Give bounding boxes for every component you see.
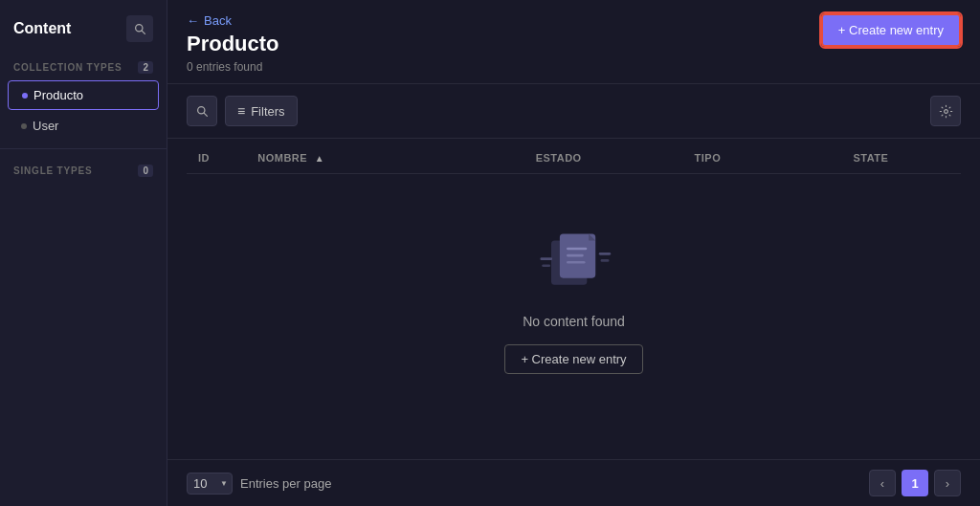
toolbar: ≡ Filters bbox=[167, 84, 980, 139]
per-page-section: 10 20 50 100 Entries per page bbox=[187, 473, 331, 495]
toolbar-left: ≡ Filters bbox=[187, 96, 298, 126]
create-new-entry-button-empty[interactable]: + Create new entry bbox=[504, 344, 642, 374]
collection-types-label: COLLECTION TYPES bbox=[13, 62, 122, 73]
pagination: ‹ 1 › bbox=[869, 470, 961, 496]
col-header-id: ID bbox=[187, 143, 246, 174]
back-label: Back bbox=[204, 13, 232, 28]
gear-icon bbox=[939, 104, 953, 119]
sidebar-item-label-user: User bbox=[33, 119, 58, 133]
entries-count: 0 entries found bbox=[187, 60, 279, 74]
no-content-text: No content found bbox=[523, 314, 625, 329]
col-header-nombre[interactable]: NOMBRE ▲ bbox=[246, 143, 523, 174]
back-arrow-icon: ← bbox=[187, 13, 199, 28]
table-body: No content found + Create new entry bbox=[187, 174, 961, 423]
svg-point-4 bbox=[944, 109, 947, 113]
sidebar-title: Content bbox=[13, 20, 71, 37]
svg-line-3 bbox=[204, 113, 207, 116]
sidebar-item-user[interactable]: User bbox=[8, 112, 159, 140]
active-dot-icon bbox=[22, 93, 28, 99]
search-toolbar-icon bbox=[196, 105, 209, 118]
single-types-badge: 0 bbox=[138, 165, 153, 177]
back-link[interactable]: ← Back bbox=[187, 13, 279, 28]
main-header: ← Back Producto 0 entries found + Create… bbox=[167, 0, 980, 84]
header-left: ← Back Producto 0 entries found bbox=[187, 13, 279, 74]
svg-rect-12 bbox=[542, 265, 550, 268]
per-page-wrapper: 10 20 50 100 bbox=[187, 473, 233, 495]
footer: 10 20 50 100 Entries per page ‹ 1 › bbox=[167, 459, 980, 506]
svg-rect-10 bbox=[567, 261, 586, 264]
single-types-label: SINGLE TYPES bbox=[13, 165, 92, 176]
main-content: ← Back Producto 0 entries found + Create… bbox=[167, 0, 980, 506]
data-table: ID NOMBRE ▲ ESTADO TIPO STATE bbox=[187, 143, 961, 423]
filters-button[interactable]: ≡ Filters bbox=[225, 96, 298, 126]
sidebar-item-label-producto: Producto bbox=[33, 88, 83, 102]
prev-page-button[interactable]: ‹ bbox=[869, 470, 896, 496]
create-entry-label: + Create new entry bbox=[521, 352, 626, 366]
svg-rect-8 bbox=[567, 248, 587, 251]
per-page-select[interactable]: 10 20 50 100 bbox=[187, 473, 233, 495]
create-new-entry-button-header[interactable]: + Create new entry bbox=[821, 13, 961, 47]
sidebar-item-producto[interactable]: Producto bbox=[8, 80, 159, 110]
sort-icon: ▲ bbox=[315, 153, 324, 164]
current-page: 1 bbox=[902, 470, 928, 496]
no-content-icon bbox=[536, 222, 612, 298]
svg-rect-14 bbox=[600, 259, 609, 262]
search-toolbar-button[interactable] bbox=[187, 96, 217, 126]
collection-types-badge: 2 bbox=[138, 61, 153, 74]
col-header-tipo: TIPO bbox=[683, 143, 842, 174]
table-header-row: ID NOMBRE ▲ ESTADO TIPO STATE bbox=[187, 143, 961, 174]
filters-label: Filters bbox=[251, 104, 284, 119]
col-header-estado: ESTADO bbox=[524, 143, 683, 174]
empty-cell: No content found + Create new entry bbox=[187, 174, 961, 423]
svg-line-1 bbox=[142, 31, 145, 33]
col-header-state: STATE bbox=[842, 143, 962, 174]
svg-rect-9 bbox=[567, 254, 584, 257]
collection-types-section: COLLECTION TYPES 2 bbox=[0, 54, 167, 79]
empty-row: No content found + Create new entry bbox=[187, 174, 961, 423]
sidebar-divider bbox=[0, 148, 167, 149]
create-btn-label: + Create new entry bbox=[838, 23, 944, 37]
empty-state: No content found + Create new entry bbox=[187, 174, 961, 423]
table-container: ID NOMBRE ▲ ESTADO TIPO STATE bbox=[167, 143, 980, 459]
svg-rect-13 bbox=[598, 253, 610, 255]
page-title: Producto bbox=[187, 32, 279, 56]
search-icon bbox=[134, 23, 146, 35]
settings-button[interactable] bbox=[930, 96, 961, 126]
svg-rect-11 bbox=[540, 258, 551, 261]
per-page-label: Entries per page bbox=[240, 476, 331, 491]
inactive-dot-icon bbox=[21, 123, 27, 129]
single-types-section: SINGLE TYPES 0 bbox=[0, 157, 167, 183]
sidebar-search-button[interactable] bbox=[126, 15, 153, 42]
next-page-button[interactable]: › bbox=[934, 470, 961, 496]
sidebar-header: Content bbox=[0, 0, 167, 54]
table-head: ID NOMBRE ▲ ESTADO TIPO STATE bbox=[187, 143, 961, 174]
sidebar: Content COLLECTION TYPES 2 Producto User… bbox=[0, 0, 167, 506]
filters-icon: ≡ bbox=[237, 103, 245, 119]
